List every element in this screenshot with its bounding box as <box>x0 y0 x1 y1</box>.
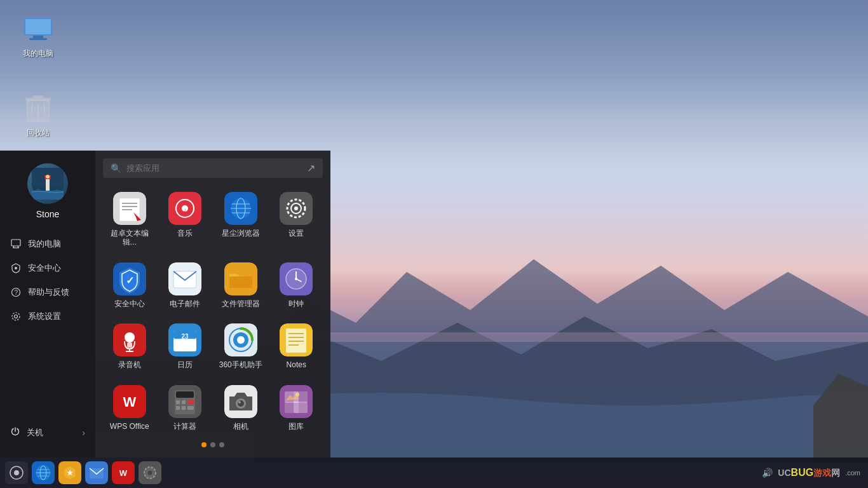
email-label: 电子邮件 <box>170 299 200 308</box>
sidebar-item-help[interactable]: ? 帮助与反馈 <box>0 280 95 304</box>
app-item-calculator[interactable]: 计算器 <box>159 379 212 437</box>
svg-rect-11 <box>33 95 43 98</box>
svg-rect-1 <box>254 332 868 342</box>
svg-text:✓: ✓ <box>125 275 133 286</box>
page-dot-2[interactable] <box>210 442 215 447</box>
taskbar-mail-icon[interactable] <box>85 461 108 484</box>
svg-text:?: ? <box>15 289 18 296</box>
app-item-file-manager[interactable]: 文件管理器 <box>214 256 268 315</box>
app-item-notes[interactable]: Notes <box>270 317 323 376</box>
taskbar-start-button[interactable] <box>5 461 28 484</box>
shield-icon <box>10 262 22 274</box>
sidebar-item-security[interactable]: 安全中心 <box>0 256 95 280</box>
app-item-gallery[interactable]: 图库 <box>270 379 323 437</box>
app-item-text-editor[interactable]: 超卓文本编辑... <box>103 186 156 254</box>
svg-point-27 <box>12 313 20 320</box>
music-icon: ♪ <box>168 192 201 225</box>
recycle-bin-label: 回收站 <box>27 128 50 139</box>
taskbar-appstore-icon[interactable]: ★ <box>58 461 81 484</box>
search-expand-icon[interactable]: ↗ <box>307 162 315 174</box>
my-computer-label: 我的电脑 <box>23 48 53 59</box>
app-item-360-helper[interactable]: 360手机助手 <box>214 317 268 376</box>
shutdown-arrow: › <box>82 428 85 438</box>
svg-point-71 <box>237 336 245 344</box>
app-item-recorder[interactable]: 录音机 <box>103 317 156 376</box>
start-menu-sidebar: Stone 我的电脑 <box>0 151 95 458</box>
svg-point-23 <box>15 267 17 269</box>
svg-rect-84 <box>182 400 186 404</box>
app-item-star-browser[interactable]: 星尘浏览器 <box>214 186 268 254</box>
taskbar-settings-icon[interactable] <box>139 461 161 484</box>
camera-icon <box>224 385 257 418</box>
text-editor-label: 超卓文本编辑... <box>107 229 153 247</box>
file-manager-icon <box>224 262 257 295</box>
gallery-icon <box>280 385 313 418</box>
svg-rect-73 <box>286 329 306 353</box>
sidebar-item-system-settings[interactable]: 系统设置 <box>0 304 95 329</box>
desktop-icon-recycle-bin[interactable]: 回收站 <box>13 92 64 139</box>
svg-text:W: W <box>123 394 136 410</box>
sidebar-bottom: 关机 › <box>0 420 95 445</box>
svg-rect-97 <box>294 402 308 413</box>
gear-icon-sidebar <box>10 311 22 322</box>
svg-rect-19 <box>11 240 20 246</box>
recorder-label: 录音机 <box>118 360 141 369</box>
sidebar-security-label: 安全中心 <box>28 262 61 274</box>
svg-point-46 <box>294 207 298 210</box>
power-icon <box>10 426 20 438</box>
notes-label: Notes <box>287 360 306 369</box>
app-item-clock[interactable]: 时钟 <box>270 256 323 315</box>
svg-point-59 <box>125 332 135 342</box>
svg-point-99 <box>295 393 299 396</box>
page-dot-1[interactable] <box>201 442 207 447</box>
text-editor-icon <box>113 192 146 225</box>
desktop-icon-my-computer[interactable]: 我的电脑 <box>13 13 64 59</box>
app-item-music[interactable]: ♪ 音乐 <box>159 186 212 254</box>
app-item-security-center[interactable]: ✓ 安全中心 <box>103 256 156 315</box>
svg-text:★: ★ <box>67 469 74 477</box>
wps-office-icon: W <box>113 385 146 418</box>
shutdown-label: 关机 <box>27 427 43 438</box>
app-item-camera[interactable]: 相机 <box>214 379 268 437</box>
svg-point-17 <box>46 175 50 179</box>
page-dots <box>103 442 323 450</box>
volume-icon[interactable]: 🔊 <box>762 468 773 478</box>
page-dot-3[interactable] <box>219 442 224 447</box>
security-center-label: 安全中心 <box>114 299 145 308</box>
search-icon: 🔍 <box>111 163 121 173</box>
svg-point-57 <box>295 278 297 280</box>
svg-rect-5 <box>29 38 47 40</box>
star-browser-icon <box>224 192 257 225</box>
app-item-wps-office[interactable]: W WPS Office <box>103 379 156 437</box>
gallery-label: 图库 <box>288 422 304 431</box>
svg-rect-83 <box>176 400 180 404</box>
security-center-icon: ✓ <box>113 262 146 295</box>
notes-icon <box>280 323 313 356</box>
app-grid: 超卓文本编辑... ♪ 音乐 星尘浏览器 设置 ✓ 安全 <box>103 186 323 437</box>
sidebar-item-my-computer[interactable]: 我的电脑 <box>0 232 95 256</box>
svg-point-26 <box>15 315 18 318</box>
settings-label: 设置 <box>288 229 304 238</box>
app-item-settings[interactable]: 设置 <box>270 186 323 254</box>
svg-rect-3 <box>25 19 51 34</box>
wallpaper-mountains <box>254 208 868 463</box>
user-avatar[interactable] <box>27 163 68 204</box>
star-browser-label: 星尘浏览器 <box>222 229 260 238</box>
svg-rect-88 <box>187 406 194 410</box>
svg-point-92 <box>238 401 241 403</box>
search-bar: 🔍 ↗ <box>103 158 323 178</box>
my-computer-icon <box>22 13 55 46</box>
calculator-icon <box>168 385 201 418</box>
calculator-label: 计算器 <box>173 422 196 431</box>
app-item-calendar[interactable]: 23 日历 <box>159 317 212 376</box>
camera-label: 相机 <box>233 422 248 431</box>
taskbar-browser-icon[interactable] <box>32 461 55 484</box>
recycle-bin-icon <box>22 92 55 125</box>
app-item-email[interactable]: 电子邮件 <box>159 256 212 315</box>
svg-rect-14 <box>46 179 50 191</box>
shutdown-item[interactable]: 关机 › <box>0 420 95 445</box>
taskbar-wps-icon[interactable]: W <box>112 461 135 484</box>
start-menu: Stone 我的电脑 <box>0 151 330 458</box>
search-input[interactable] <box>126 163 302 173</box>
svg-text:♪: ♪ <box>184 207 186 213</box>
